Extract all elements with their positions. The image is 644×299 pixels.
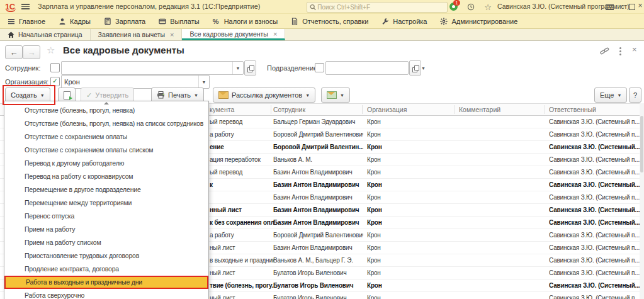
- cell-employee: Бальцер Герман Эдуардович: [271, 116, 363, 128]
- menu-item-absence-list[interactable]: Отсутствие (болезнь, прогул, неявка) на …: [4, 117, 208, 130]
- menu-item-suspend-contracts[interactable]: Приостановление трудовых договоров: [4, 249, 208, 262]
- link-icon[interactable]: [600, 47, 609, 55]
- menu-item-taxes[interactable]: % Налоги и взносы: [213, 18, 278, 25]
- tab-close-icon[interactable]: ×: [273, 30, 277, 38]
- search-icon: [310, 4, 316, 11]
- more-button[interactable]: Еще▼: [594, 87, 627, 103]
- main-hamburger-icon[interactable]: [21, 4, 30, 9]
- notifications-icon[interactable]: 1: [449, 3, 458, 11]
- help-button[interactable]: ?: [629, 87, 641, 103]
- menu-item-paid-absence-list[interactable]: Отсутствие с сохранением оплаты списком: [4, 144, 208, 157]
- cell-document-type: [208, 191, 274, 203]
- cell-document-type: нный лист: [208, 204, 274, 216]
- table-scrollbar[interactable]: [640, 103, 644, 299]
- forward-button[interactable]: →: [23, 45, 40, 59]
- kebab-menu-icon[interactable]: [619, 46, 621, 57]
- employee-filter-field[interactable]: [62, 62, 232, 74]
- chevron-down-icon: ▼: [40, 93, 45, 98]
- menu-item-salary[interactable]: Зарплата: [104, 18, 145, 25]
- menu-item-main[interactable]: Главное: [8, 18, 45, 25]
- header-comment[interactable]: Комментарий: [455, 104, 548, 115]
- organization-filter-field[interactable]: [62, 76, 198, 88]
- department-filter-input[interactable]: ▼: [325, 61, 409, 75]
- header-employee[interactable]: Сотрудник: [271, 104, 363, 115]
- tab-close-icon[interactable]: ×: [170, 31, 174, 38]
- taxes-icon: %: [213, 18, 220, 25]
- cell-comment: [455, 116, 548, 128]
- chevron-down-icon[interactable]: ▼: [421, 62, 426, 74]
- mailing-settings-icon: [327, 91, 337, 99]
- mailing-button[interactable]: Рассылка документов▼: [213, 87, 315, 103]
- scrollbar-thumb[interactable]: [640, 116, 643, 172]
- envelope-icon: [218, 91, 229, 99]
- cell-document-type: в выходные и праздники: [208, 254, 274, 266]
- create-dropdown-menu: Отсутствие (болезнь, прогул, неявка) Отс…: [4, 101, 209, 299]
- menu-item-hire-list[interactable]: Прием на работу списком: [4, 236, 208, 249]
- cell-responsible: Савинская З.Ю. (Системный п...: [545, 292, 643, 299]
- cell-comment: [455, 179, 548, 191]
- menu-item-absence[interactable]: Отсутствие (болезнь, прогул, неявка): [4, 104, 208, 117]
- cell-organization: Крон: [362, 154, 458, 166]
- menu-item-administration[interactable]: Администрирование: [440, 18, 517, 25]
- cell-organization: Крон: [362, 166, 458, 178]
- menu-item-vacation-transfer[interactable]: Перенос отпуска: [4, 210, 208, 223]
- employee-filter-input[interactable]: ▼: [61, 61, 244, 75]
- menu-item-covid-transfer[interactable]: Перевод на работу с коронавирусом: [4, 170, 208, 183]
- menu-item-transfer-other-employer[interactable]: Перевод к другому работодателю: [4, 157, 208, 170]
- panel-toggle-icon[interactable]: [606, 4, 614, 11]
- search-input[interactable]: [316, 3, 444, 11]
- close-form-icon[interactable]: ×: [632, 45, 637, 54]
- global-search[interactable]: [307, 2, 448, 13]
- organization-filter-checkbox[interactable]: ✓: [50, 77, 60, 86]
- menu-item-hire[interactable]: Прием на работу: [4, 223, 208, 236]
- onec-logo: 1С: [5, 2, 15, 11]
- department-open-button[interactable]: [409, 60, 421, 76]
- chevron-down-icon[interactable]: ▼: [232, 62, 243, 74]
- cell-responsible: Савинская З.Ю. (Системный...: [545, 141, 643, 153]
- menu-item-payments[interactable]: Выплаты: [159, 18, 199, 25]
- cell-responsible: Савинская З.Ю. (Системный п...: [545, 267, 643, 279]
- chevron-down-icon: ▼: [305, 93, 310, 98]
- mailing-settings-button[interactable]: ▼: [321, 87, 350, 103]
- department-filter-field[interactable]: [326, 62, 421, 74]
- menu-item-contract-extension[interactable]: Продление контракта, договора: [4, 262, 208, 276]
- back-button[interactable]: ←: [5, 45, 23, 59]
- employee-filter-checkbox[interactable]: [50, 63, 60, 72]
- close-icon[interactable]: ×: [636, 1, 644, 10]
- cell-employee: Базин Антон Владимирович: [271, 166, 363, 178]
- cell-document-type: к без сохранения опл...: [208, 217, 274, 228]
- menu-item-reports[interactable]: Отчетность, справки: [291, 18, 368, 25]
- header-document-type[interactable]: кумента: [208, 104, 274, 115]
- menu-item-move-department[interactable]: Перемещение в другое подразделение: [4, 183, 208, 196]
- cell-organization: Крон: [362, 254, 458, 266]
- settings-icon: [381, 18, 389, 25]
- favorites-icon[interactable]: ☆: [483, 2, 493, 12]
- minimize-icon[interactable]: –: [618, 1, 627, 10]
- app-window: { "titlebar": { "logo": "1С", "title": "…: [0, 0, 644, 299]
- header-organization[interactable]: Организация: [362, 104, 458, 115]
- tab-deduction-applications[interactable]: Заявления на вычеты ×: [91, 29, 183, 40]
- menu-item-overtime-work[interactable]: Работа сверхурочно: [4, 289, 208, 299]
- history-icon[interactable]: [466, 2, 476, 12]
- cell-responsible: Савинская З.Ю. (Системный п...: [545, 191, 643, 203]
- cell-employee: Ваньков А. М.: [271, 154, 363, 166]
- department-filter-checkbox[interactable]: [315, 63, 324, 72]
- header-responsible[interactable]: Ответственный: [545, 104, 643, 115]
- menu-item-move-territories[interactable]: Перемещение между территориями: [4, 196, 208, 210]
- organization-filter-input[interactable]: ▼: [61, 75, 210, 89]
- tab-all-hr-documents[interactable]: Все кадровые документы ×: [182, 29, 285, 40]
- chevron-down-icon: ▼: [194, 93, 198, 98]
- menu-item-settings[interactable]: Настройка: [381, 18, 427, 25]
- cell-responsible: Савинская З.Ю. (Системный...: [545, 204, 643, 216]
- favorite-star-icon[interactable]: ☆: [47, 45, 55, 56]
- cell-comment: [455, 292, 548, 299]
- cell-employee: Базин Антон Владимирович: [271, 179, 363, 191]
- cell-employee: Базин Антон Владимирович: [271, 191, 363, 203]
- chevron-down-icon[interactable]: ▼: [198, 76, 209, 88]
- employee-open-button[interactable]: [244, 60, 256, 76]
- tab-home[interactable]: Начальная страница: [0, 29, 91, 40]
- restore-icon[interactable]: [629, 4, 635, 10]
- menu-item-weekend-holiday-work[interactable]: Работа в выходные и праздничные дни: [4, 276, 208, 289]
- menu-item-paid-absence[interactable]: Отсутствие с сохранением оплаты: [4, 130, 208, 144]
- menu-item-staff[interactable]: Кадры: [59, 18, 91, 25]
